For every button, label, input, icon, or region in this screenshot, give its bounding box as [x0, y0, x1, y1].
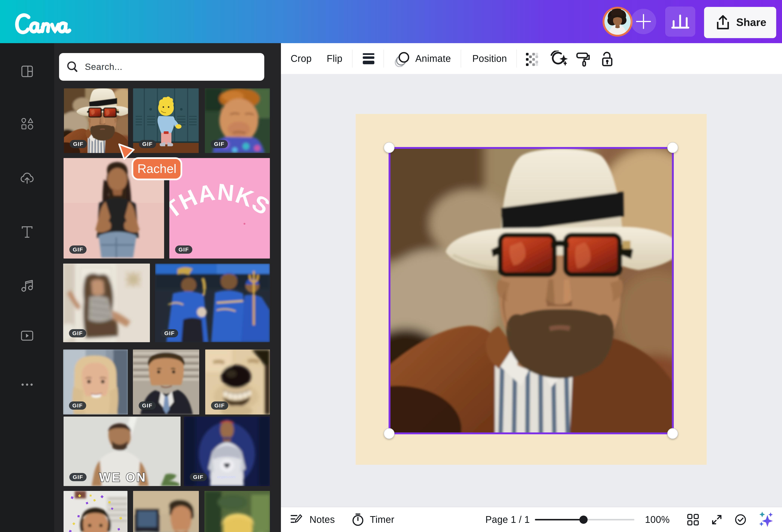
svg-text:crypto.com: crypto.com — [217, 475, 236, 479]
svg-text:WE ON: WE ON — [99, 470, 146, 484]
